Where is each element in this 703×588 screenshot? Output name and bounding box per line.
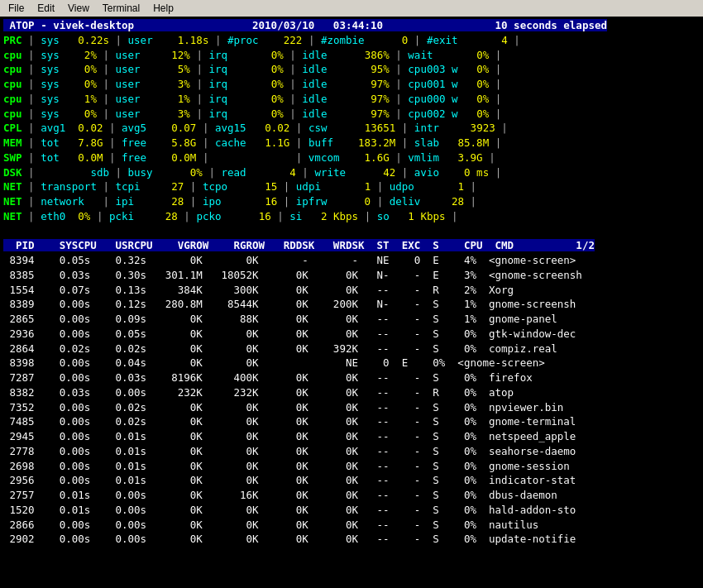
menu-file[interactable]: File bbox=[3, 2, 29, 15]
menu-edit[interactable]: Edit bbox=[32, 2, 60, 15]
menu-help[interactable]: Help bbox=[148, 2, 179, 15]
menu-view[interactable]: View bbox=[63, 2, 94, 15]
atop-output: ATOP - vivek-desktop 2010/03/10 03:44:10… bbox=[0, 17, 703, 548]
menu-terminal[interactable]: Terminal bbox=[98, 2, 145, 15]
terminal: ATOP - vivek-desktop 2010/03/10 03:44:10… bbox=[0, 17, 703, 548]
menubar: File Edit View Terminal Help bbox=[0, 0, 703, 17]
